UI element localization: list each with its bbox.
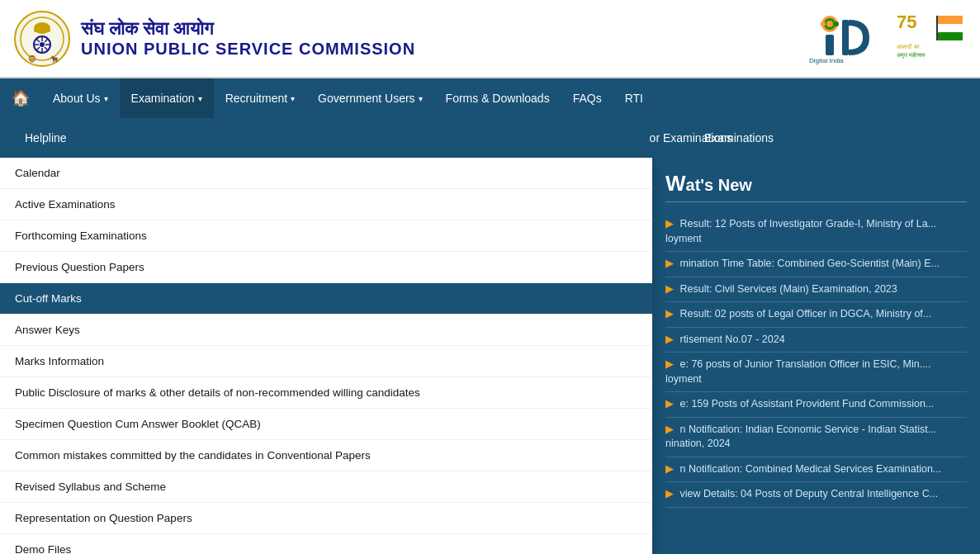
- nav-examination[interactable]: Examination ▾: [120, 78, 214, 118]
- dropdown-cut-off-marks[interactable]: Cut-off Marks: [0, 283, 652, 315]
- nav-rti[interactable]: RTI: [613, 78, 655, 118]
- dropdown-menu: Calendar Active Examinations Forthcoming…: [0, 158, 652, 554]
- partner-logos: Digital India Power To Empower 75 आज़ादी…: [805, 12, 967, 65]
- news-bullet-icon: ▶: [665, 358, 674, 370]
- news-item-4[interactable]: ▶ Result: 02 posts of Legal Officer in D…: [665, 302, 967, 328]
- whats-new-title: Wat's New: [665, 171, 967, 202]
- news-bullet-icon: ▶: [665, 258, 674, 269]
- svg-text:अमृत महोत्सव: अमृत महोत्सव: [897, 51, 926, 59]
- svg-rect-29: [936, 16, 938, 40]
- news-list: ▶ Result: 12 Posts of Investigator Grade…: [665, 212, 967, 508]
- dropdown-previous-question-papers[interactable]: Previous Question Papers: [0, 252, 652, 283]
- dropdown-active-examinations[interactable]: Active Examinations: [0, 189, 652, 220]
- news-item-1[interactable]: ▶ Result: 12 Posts of Investigator Grade…: [665, 212, 967, 252]
- dropdown-common-mistakes[interactable]: Common mistakes committed by the candida…: [0, 440, 652, 471]
- examination-dropdown: Calendar Active Examinations Forthcoming…: [0, 158, 652, 554]
- news-bullet-icon: ▶: [665, 463, 674, 475]
- dropdown-marks-information[interactable]: Marks Information: [0, 346, 652, 377]
- news-item-5[interactable]: ▶ rtisement No.07 - 2024: [665, 328, 967, 353]
- nav-faqs[interactable]: FAQs: [561, 78, 613, 118]
- org-name-english: UNION PUBLIC SERVICE COMMISSION: [81, 40, 415, 59]
- examination-arrow: ▾: [198, 94, 202, 103]
- svg-rect-28: [938, 32, 963, 40]
- svg-rect-3: [34, 28, 50, 32]
- amrit-mahotsav-icon: 75 आज़ादी का अमृत महोत्सव: [892, 12, 967, 65]
- examinations-right-label: Examinations: [704, 131, 774, 144]
- dropdown-forthcoming-examinations[interactable]: Forthcoming Examinations: [0, 220, 652, 252]
- svg-text:75: 75: [897, 12, 916, 32]
- svg-text:🦁: 🦁: [28, 54, 36, 63]
- govt-users-arrow: ▾: [419, 94, 423, 103]
- dropdown-answer-keys[interactable]: Answer Keys: [0, 315, 652, 346]
- organization-name: संघ लोक सेवा आयोग UNION PUBLIC SERVICE C…: [81, 18, 415, 59]
- news-item-3[interactable]: ▶ Result: Civil Services (Main) Examinat…: [665, 277, 967, 303]
- news-item-9[interactable]: ▶ n Notification: Combined Medical Servi…: [665, 457, 967, 483]
- svg-point-22: [834, 21, 839, 26]
- digital-india-icon: Digital India Power To Empower: [805, 12, 879, 65]
- dropdown-demo-files[interactable]: Demo Files: [0, 534, 652, 554]
- svg-point-21: [821, 21, 826, 26]
- about-us-arrow: ▾: [104, 94, 108, 103]
- nav-about-us[interactable]: About Us ▾: [41, 78, 120, 118]
- svg-text:Digital India: Digital India: [809, 57, 844, 64]
- svg-point-5: [40, 42, 45, 47]
- news-item-7[interactable]: ▶ e: 159 Posts of Assistant Provident Fu…: [665, 392, 967, 418]
- news-item-2[interactable]: ▶ mination Time Table: Combined Geo-Scie…: [665, 252, 967, 277]
- news-bullet-icon: ▶: [665, 424, 674, 435]
- svg-rect-27: [938, 24, 963, 32]
- news-bullet-icon: ▶: [665, 334, 674, 345]
- helpline-link[interactable]: Helpline: [13, 131, 78, 144]
- dropdown-public-disclosure[interactable]: Public Disclosure of marks & other detai…: [0, 377, 652, 409]
- nav-forms-downloads[interactable]: Forms & Downloads: [434, 78, 561, 118]
- news-item-8[interactable]: ▶ n Notification: Indian Economic Servic…: [665, 418, 967, 457]
- svg-rect-20: [842, 20, 849, 55]
- svg-rect-26: [938, 16, 963, 24]
- news-bullet-icon: ▶: [665, 308, 674, 320]
- news-item-6[interactable]: ▶ e: 76 posts of Junior Translation Offi…: [665, 353, 967, 392]
- dropdown-representation[interactable]: Representation on Question Papers: [0, 503, 652, 534]
- svg-text:आज़ादी का: आज़ादी का: [897, 44, 920, 50]
- nav-home[interactable]: 🏠: [0, 78, 41, 118]
- org-name-hindi: संघ लोक सेवा आयोग: [81, 18, 415, 40]
- ashoka-emblem-icon: 🦁 🐂: [13, 10, 71, 68]
- subnav-row: Helpline or Examinations Examinations: [0, 118, 980, 158]
- dropdown-revised-syllabus[interactable]: Revised Syllabus and Scheme: [0, 471, 652, 503]
- main-navbar: 🏠 About Us ▾ Examination ▾ Recruitment ▾…: [0, 78, 980, 118]
- news-bullet-icon: ▶: [665, 218, 674, 230]
- svg-rect-19: [826, 35, 834, 55]
- nav-government-users[interactable]: Government Users ▾: [306, 78, 433, 118]
- nav-recruitment[interactable]: Recruitment ▾: [214, 78, 306, 118]
- news-bullet-icon: ▶: [665, 488, 674, 500]
- dropdown-calendar[interactable]: Calendar: [0, 158, 652, 189]
- news-bullet-icon: ▶: [665, 398, 674, 410]
- news-bullet-icon: ▶: [665, 283, 674, 295]
- logo-area: 🦁 🐂 संघ लोक सेवा आयोग UNION PUBLIC SERVI…: [13, 10, 805, 68]
- site-header: 🦁 🐂 संघ लोक सेवा आयोग UNION PUBLIC SERVI…: [0, 0, 980, 78]
- recruitment-arrow: ▾: [291, 94, 295, 103]
- main-content-area: Calendar Active Examinations Forthcoming…: [0, 158, 980, 554]
- svg-point-18: [826, 21, 833, 27]
- whats-new-panel: Wat's New ▶ Result: 12 Posts of Investig…: [652, 158, 980, 554]
- dropdown-specimen-question[interactable]: Specimen Question Cum Answer Booklet (QC…: [0, 409, 652, 440]
- svg-text:🐂: 🐂: [50, 54, 59, 63]
- news-item-10[interactable]: ▶ view Details: 04 Posts of Deputy Centr…: [665, 482, 967, 508]
